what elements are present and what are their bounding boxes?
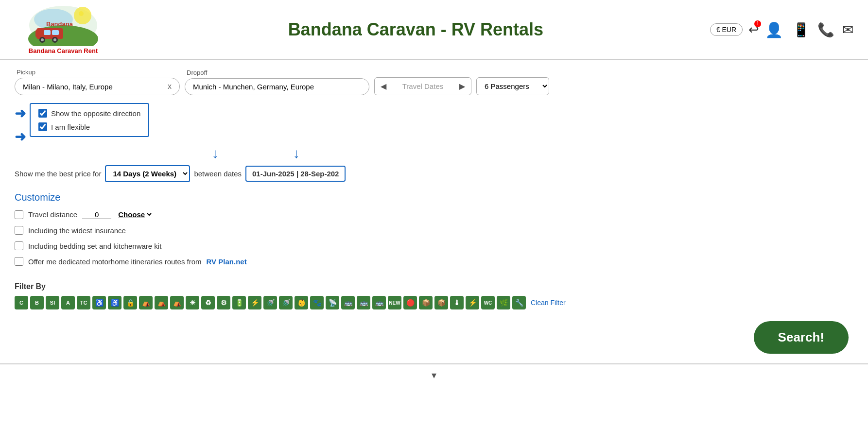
insurance-label: Including the widest insurance (28, 226, 126, 235)
pickup-input-wrap[interactable]: x (15, 78, 180, 95)
filter-badge-shower2[interactable]: 🚿 (279, 296, 293, 309)
site-title: Bandana Caravan - RV Rentals (112, 19, 710, 40)
filter-badge-camp3[interactable]: ⛺ (170, 296, 184, 309)
filter-badge-a[interactable]: A (61, 296, 75, 309)
filter-badge-box1[interactable]: 📦 (419, 296, 433, 309)
bedding-checkbox[interactable] (15, 241, 23, 250)
down-arrows-container: ↓ ↓ (0, 146, 868, 161)
filter-badge-camp2[interactable]: ⛺ (155, 296, 168, 309)
itinerary-checkbox[interactable] (15, 257, 23, 266)
filter-badge-sun[interactable]: ☀ (186, 296, 199, 309)
pickup-input[interactable] (23, 83, 165, 91)
customize-section: Customize Travel distance Choose km mile… (0, 185, 868, 279)
svg-point-7 (41, 38, 44, 41)
svg-rect-5 (35, 30, 39, 37)
filter-badge-shower1[interactable]: 🚿 (263, 296, 277, 309)
filter-badge-lightning2[interactable]: ⚡ (466, 296, 479, 309)
flexible-label: I am flexible (51, 123, 90, 131)
filter-badge-recycle[interactable]: ♻ (201, 296, 215, 309)
choose-dropdown[interactable]: Choose km miles (116, 210, 153, 219)
travel-distance-input[interactable] (82, 210, 111, 219)
svg-rect-10 (44, 30, 51, 35)
dates-range[interactable]: 01-Jun-2025 | 28-Sep-202 (245, 166, 346, 182)
travel-dates-wrap[interactable]: ◀ Travel Dates ▶ (374, 77, 471, 95)
filter-badge-bus1[interactable]: 🚌 (341, 296, 355, 309)
insurance-item: Including the widest insurance (15, 226, 853, 235)
currency-selector[interactable]: € EUR (710, 23, 743, 36)
filter-badge-box2[interactable]: 📦 (434, 296, 448, 309)
filter-badge-bus3[interactable]: 🚌 (372, 296, 386, 309)
contact-icons: 📱 📞 ✉ (793, 22, 853, 38)
options-with-arrows-container: ➜ ➜ Show the opposite direction I am fle… (0, 100, 868, 144)
filter-badge-tc[interactable]: TC (77, 296, 90, 309)
travel-dates-next[interactable]: ▶ (459, 82, 465, 91)
svg-text:Bandana: Bandana (46, 20, 73, 28)
bottom-chevron: ▾ (432, 370, 436, 380)
arrow-1: ➜ (15, 107, 26, 120)
filter-badge-b[interactable]: B (30, 296, 44, 309)
pickup-clear-btn[interactable]: x (168, 82, 172, 91)
passengers-select[interactable]: 6 Passengers 1 Passenger 2 Passengers 3 … (476, 77, 549, 95)
filter-badge-c[interactable]: C (15, 296, 28, 309)
filter-badge-camp1[interactable]: ⛺ (139, 296, 153, 309)
header-right: € EUR ↩ 1 👤 📱 📞 ✉ (710, 21, 853, 38)
search-button-container: Search! (0, 316, 868, 363)
filter-badge-baby[interactable]: 👶 (295, 296, 308, 309)
filter-badge-pet[interactable]: 🐾 (310, 296, 324, 309)
filter-badge-temp[interactable]: 🌡 (450, 296, 464, 309)
duration-select[interactable]: 14 Days (2 Weeks) 7 Days (1 Week) 21 Day… (105, 165, 190, 182)
bottom-area: ▾ (0, 363, 868, 386)
search-section: Pickup x Dropoff ◀ Travel Dates ▶ (0, 60, 868, 100)
pickup-label: Pickup (15, 69, 180, 76)
travel-distance-checkbox[interactable] (15, 210, 23, 219)
dropoff-input-wrap[interactable] (185, 78, 369, 95)
flexible-option[interactable]: I am flexible (38, 122, 140, 131)
search-button[interactable]: Search! (754, 321, 849, 354)
filter-badge-new[interactable]: NEW (388, 296, 401, 309)
insurance-checkbox[interactable] (15, 226, 23, 235)
svg-point-9 (53, 38, 56, 41)
travel-distance-item: Travel distance Choose km miles (15, 210, 853, 219)
show-opposite-label: Show the opposite direction (51, 109, 140, 118)
filter-badge-handicap2[interactable]: ♿ (108, 296, 122, 309)
filter-badges-row: C B SI A TC ♿ ♿ 🔒 ⛺ ⛺ ⛺ ☀ ♻ ⚙ 🔋 ⚡ 🚿 🚿 👶 … (15, 296, 853, 309)
dropoff-input[interactable] (193, 83, 361, 91)
svg-rect-11 (52, 30, 59, 35)
filter-badge-wrench[interactable]: 🔧 (512, 296, 526, 309)
dropoff-field-group: Dropoff (185, 69, 369, 95)
filter-badge-handicap[interactable]: ♿ (92, 296, 106, 309)
best-price-prefix: Show me the best price for (15, 170, 101, 178)
filter-badge-lock[interactable]: 🔒 (123, 296, 137, 309)
filter-badge-signal[interactable]: 📡 (326, 296, 339, 309)
filter-badge-gear[interactable]: ⚙ (217, 296, 230, 309)
user-icon[interactable]: 👤 (765, 21, 783, 38)
filter-badge-plant[interactable]: 🌿 (497, 296, 510, 309)
show-opposite-option[interactable]: Show the opposite direction (38, 109, 140, 118)
travel-dates-prev[interactable]: ◀ (381, 82, 386, 91)
filter-badge-lightning1[interactable]: ⚡ (248, 296, 261, 309)
filter-badge-red[interactable]: 🔴 (403, 296, 417, 309)
rv-plan-link[interactable]: RV Plan.net (207, 257, 247, 266)
clean-filter-link[interactable]: Clean Filter (531, 299, 566, 307)
logo-area: Bandana Bandana Caravan Rent (15, 5, 112, 54)
filter-section: Filter By C B SI A TC ♿ ♿ 🔒 ⛺ ⛺ ⛺ ☀ ♻ ⚙ … (0, 279, 868, 316)
whatsapp-icon[interactable]: 📱 (793, 22, 810, 38)
filter-badge-battery[interactable]: 🔋 (232, 296, 246, 309)
arrow-2: ➜ (15, 130, 26, 144)
filter-badge-bus2[interactable]: 🚌 (357, 296, 370, 309)
show-opposite-checkbox[interactable] (38, 109, 47, 118)
flexible-checkbox[interactable] (38, 122, 47, 131)
svg-point-12 (79, 11, 84, 16)
filter-title: Filter By (15, 282, 853, 291)
filter-badge-si[interactable]: SI (46, 296, 59, 309)
side-arrows: ➜ ➜ (15, 103, 26, 144)
best-price-row: Show me the best price for 14 Days (2 We… (0, 161, 868, 185)
phone-icon[interactable]: 📞 (817, 22, 834, 38)
history-button[interactable]: ↩ 1 (748, 22, 759, 37)
itinerary-item: Offer me dedicated motorhome itineraries… (15, 257, 853, 266)
mail-icon[interactable]: ✉ (842, 22, 853, 38)
options-box: Show the opposite direction I am flexibl… (30, 103, 149, 137)
filter-badge-wc[interactable]: WC (481, 296, 495, 309)
bedding-label: Including bedding set and kitchenware ki… (28, 242, 161, 250)
pickup-field-group: Pickup x (15, 69, 180, 95)
